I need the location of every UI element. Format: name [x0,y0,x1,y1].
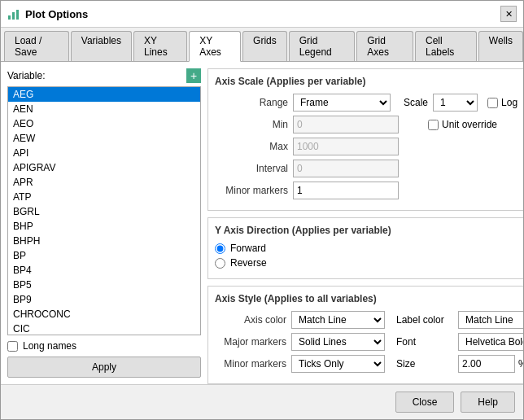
footer: Close Help [1,384,523,419]
main-content: Variable: + AEG AEN AEO AEW API APIGRAV … [1,62,523,384]
tab-xy-axes[interactable]: XY Axes [189,31,241,62]
axis-scale-section: Axis Scale (Applies per variable) Range … [207,68,523,211]
list-item[interactable]: APR [8,175,200,190]
tab-cell-labels[interactable]: Cell Labels [415,31,477,61]
list-item[interactable]: AEW [8,131,200,146]
tab-variables[interactable]: Variables [71,31,132,61]
min-row: Min Unit override [215,116,523,133]
label-color-label: Label color [396,314,453,326]
size-unit: % [518,358,523,370]
plot-options-icon [7,7,20,20]
reverse-label: Reverse [230,257,267,269]
minor-markers-select[interactable]: Solid Lines Dashed Lines Ticks Only None [291,355,385,373]
tab-grid-axes[interactable]: Grid Axes [356,31,413,61]
minor-markers-style-row: Minor markers Solid Lines Dashed Lines T… [215,355,523,373]
minor-markers-scale-label: Minor markers [215,185,288,196]
list-item[interactable]: API [8,146,200,160]
list-item[interactable]: BP5 [8,278,200,292]
list-item[interactable]: AEN [8,102,200,116]
max-label: Max [215,141,288,152]
unit-override-row: Unit override [428,119,497,130]
tab-wells[interactable]: Wells [478,31,523,61]
add-variable-button[interactable]: + [186,68,201,83]
forward-label: Forward [230,243,266,254]
long-names-label: Long names [23,340,76,352]
list-item[interactable]: BP [8,248,200,263]
range-select[interactable]: Frame Fixed Auto [293,94,391,112]
log-checkbox[interactable] [487,98,498,108]
axis-scale-title: Axis Scale (Applies per variable) [215,76,523,87]
title-bar: Plot Options ✕ [1,1,523,28]
tab-grids[interactable]: Grids [242,31,287,61]
axis-color-select[interactable]: Match Line Black Red [291,311,385,329]
label-color-select[interactable]: Match Line Black Red [458,311,523,329]
list-item[interactable]: BHP [8,219,200,234]
reverse-radio[interactable] [215,258,225,269]
size-row: % [458,355,523,373]
tab-grid-legend[interactable]: Grid Legend [289,31,356,61]
list-item[interactable]: ATP [8,190,200,204]
max-row: Max [215,138,523,155]
major-markers-select[interactable]: Solid Lines Dashed Lines Ticks Only None [291,333,385,351]
tab-bar: Load / Save Variables XY Lines XY Axes G… [1,28,523,62]
y-axis-direction-title: Y Axis Direction (Applies per variable) [215,225,523,236]
right-panel: Axis Scale (Applies per variable) Range … [207,68,523,378]
list-item[interactable]: AEG [8,87,200,102]
variable-label-text: Variable: [7,70,45,81]
list-item[interactable]: BP9 [8,292,200,307]
minor-markers-style-label: Minor markers [215,358,286,370]
minor-markers-scale-input[interactable] [293,182,399,199]
long-names-checkbox[interactable] [7,341,18,352]
tab-load-save[interactable]: Load / Save [4,31,69,61]
list-item[interactable]: BGRL [8,204,200,219]
interval-row: Interval [215,160,523,177]
list-item[interactable]: CHROCONC [8,307,200,322]
range-label: Range [215,97,288,108]
axis-style-section: Axis Style (Applies to all variables) Ax… [207,286,523,384]
window-title: Plot Options [25,8,88,20]
svg-rect-1 [12,12,15,20]
apply-button[interactable]: Apply [7,357,201,378]
long-names-row: Long names [7,340,201,352]
unit-override-label: Unit override [442,119,497,130]
axis-style-title: Axis Style (Applies to all variables) [215,293,523,304]
close-window-button[interactable]: ✕ [500,6,517,22]
variable-list[interactable]: AEG AEN AEO AEW API APIGRAV APR ATP BGRL… [7,86,201,335]
y-axis-direction-section: Y Axis Direction (Applies per variable) … [207,217,523,279]
major-markers-row: Major markers Solid Lines Dashed Lines T… [215,333,523,351]
axis-color-row: Axis color Match Line Black Red Label co… [215,311,523,329]
list-item[interactable]: AEO [8,116,200,131]
left-panel: Variable: + AEG AEN AEO AEW API APIGRAV … [7,68,201,378]
min-input[interactable] [293,116,399,133]
min-label: Min [215,119,288,130]
help-button[interactable]: Help [461,392,515,413]
log-row: Log [487,97,517,108]
minor-markers-scale-row: Minor markers [215,182,523,199]
scale-label: Scale [404,97,428,108]
close-button[interactable]: Close [395,392,455,413]
list-item[interactable]: BHPH [8,234,200,248]
list-item[interactable]: BP4 [8,263,200,278]
interval-input[interactable] [293,160,399,177]
unit-override-checkbox[interactable] [428,120,439,130]
scale-select[interactable]: 1 2 3 [433,94,478,112]
major-markers-label: Major markers [215,336,286,348]
svg-rect-0 [8,15,11,20]
svg-rect-2 [16,10,19,20]
tab-xy-lines[interactable]: XY Lines [133,31,187,61]
forward-radio[interactable] [215,243,225,254]
title-bar-left: Plot Options [7,7,88,20]
font-label: Font [396,336,453,348]
size-input[interactable] [458,355,515,373]
list-item[interactable]: APIGRAV [8,160,200,175]
main-window: Plot Options ✕ Load / Save Variables XY … [0,0,524,420]
forward-row: Forward [215,243,523,254]
font-select[interactable]: Helvetica Bold Arial Times New Roman [458,333,523,351]
max-input[interactable] [293,138,399,155]
variable-label-row: Variable: + [7,68,201,83]
reverse-row: Reverse [215,257,523,269]
axis-color-label: Axis color [215,314,286,326]
size-label: Size [396,358,453,370]
list-item[interactable]: CIC [8,322,200,335]
log-label: Log [501,97,517,108]
